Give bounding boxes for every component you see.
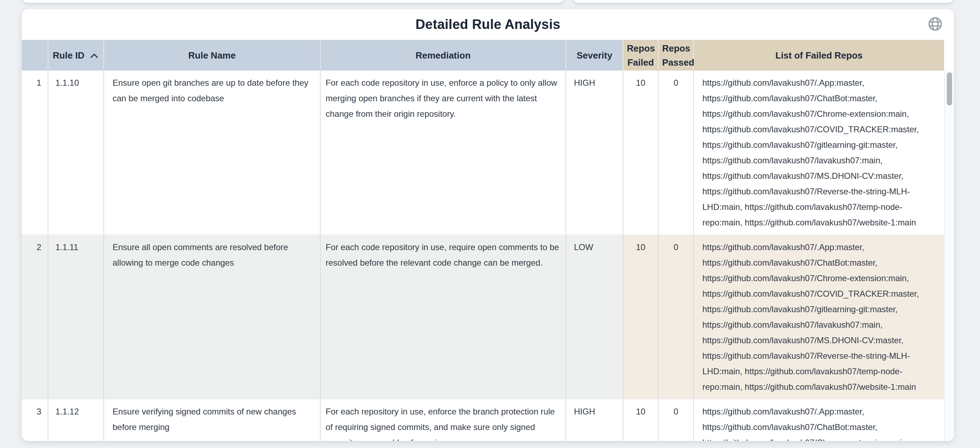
top-card-stub-left bbox=[22, 0, 564, 3]
remediation-cell: For each code repository in use, require… bbox=[320, 235, 566, 399]
table-body: 1 1.1.10 Ensure open git branches are up… bbox=[22, 71, 944, 441]
row-index-cell: 3 bbox=[22, 399, 48, 441]
rule-name-cell: Ensure verifying signed commits of new c… bbox=[104, 399, 320, 441]
failed-repos-cell: https:/⁠/⁠github.com/⁠lavakush07/⁠.App:m… bbox=[694, 399, 944, 441]
card-title-row: Detailed Rule Analysis bbox=[22, 9, 954, 40]
column-header-repos-passed[interactable]: Repos Passed bbox=[658, 40, 694, 71]
row-index-cell: 1 bbox=[22, 71, 48, 235]
row-index-cell: 2 bbox=[22, 235, 48, 399]
header-row: Rule ID Rule Name Remediation Severity R… bbox=[22, 40, 944, 71]
column-header-severity[interactable]: Severity bbox=[566, 40, 623, 71]
rule-id-cell: 1.1.11 bbox=[48, 235, 104, 399]
page-title: Detailed Rule Analysis bbox=[415, 17, 560, 32]
scrollbar-gutter bbox=[944, 40, 954, 441]
repos-failed-cell: 10 bbox=[623, 399, 658, 441]
remediation-cell: For each code repository in use, enforce… bbox=[320, 71, 566, 235]
severity-cell: HIGH bbox=[566, 399, 623, 441]
sort-ascending-icon bbox=[87, 50, 99, 60]
failed-repos-cell: https:/⁠/⁠github.com/⁠lavakush07/⁠.App:m… bbox=[694, 71, 944, 235]
remediation-cell: For each repository in use, enforce the … bbox=[320, 399, 566, 441]
severity-cell: HIGH bbox=[566, 71, 623, 235]
repos-passed-cell: 0 bbox=[658, 235, 694, 399]
column-header-rule-id-label: Rule ID bbox=[53, 50, 85, 61]
globe-button[interactable] bbox=[927, 16, 943, 32]
repos-passed-cell: 0 bbox=[658, 71, 694, 235]
column-header-index bbox=[22, 40, 48, 71]
rule-analysis-table: Rule ID Rule Name Remediation Severity R… bbox=[22, 40, 944, 441]
repos-failed-cell: 10 bbox=[623, 235, 658, 399]
column-header-rule-id[interactable]: Rule ID bbox=[48, 40, 104, 71]
table-row: 1 1.1.10 Ensure open git branches are up… bbox=[22, 71, 944, 235]
failed-repos-cell: https:/⁠/⁠github.com/⁠lavakush07/⁠.App:m… bbox=[694, 235, 944, 399]
column-header-rule-name[interactable]: Rule Name bbox=[104, 40, 320, 71]
rule-name-cell: Ensure open git branches are up to date … bbox=[104, 71, 320, 235]
repos-passed-cell: 0 bbox=[658, 399, 694, 441]
globe-icon bbox=[927, 16, 943, 33]
column-header-remediation[interactable]: Remediation bbox=[320, 40, 566, 71]
rule-id-cell: 1.1.12 bbox=[48, 399, 104, 441]
detailed-rule-analysis-card: Detailed Rule Analysis bbox=[22, 9, 954, 441]
top-card-stub-right bbox=[573, 0, 954, 3]
vertical-scrollbar-track[interactable] bbox=[944, 71, 954, 441]
table-row: 2 1.1.11 Ensure all open comments are re… bbox=[22, 235, 944, 399]
rule-id-cell: 1.1.10 bbox=[48, 71, 104, 235]
severity-cell: LOW bbox=[566, 235, 623, 399]
column-header-failed-repos-list[interactable]: List of Failed Repos bbox=[694, 40, 944, 71]
column-header-repos-failed[interactable]: Repos Failed bbox=[623, 40, 658, 71]
vertical-scrollbar-thumb[interactable] bbox=[947, 72, 952, 105]
page: { "page": { "title": "Detailed Rule Anal… bbox=[0, 0, 980, 448]
rule-name-cell: Ensure all open comments are resolved be… bbox=[104, 235, 320, 399]
repos-failed-cell: 10 bbox=[623, 71, 658, 235]
table-row: 3 1.1.12 Ensure verifying signed commits… bbox=[22, 399, 944, 441]
rule-analysis-table-area: Rule ID Rule Name Remediation Severity R… bbox=[22, 40, 944, 441]
